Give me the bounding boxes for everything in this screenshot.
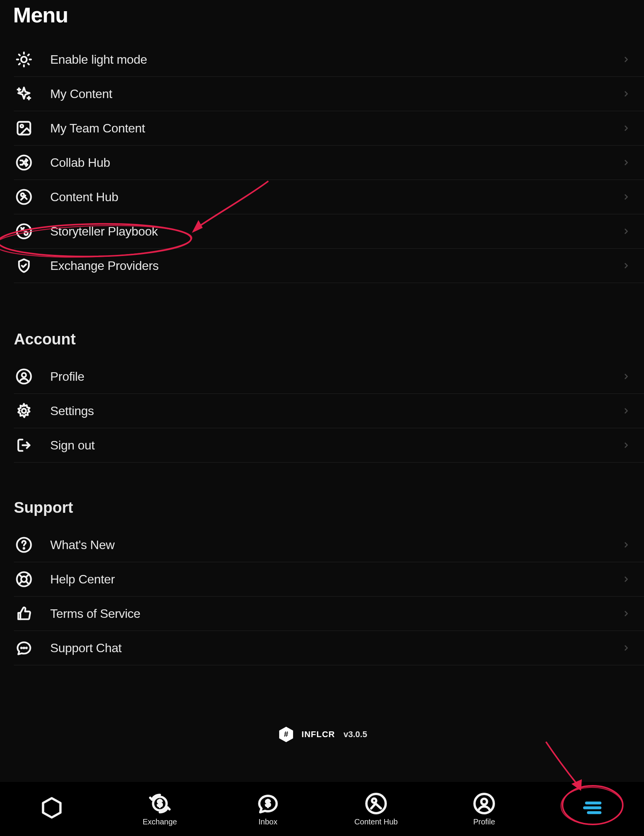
strategy-circle-icon — [14, 221, 34, 241]
sign-out-icon — [14, 435, 34, 455]
tab-content-hub[interactable]: Content Hub — [322, 782, 430, 836]
menu-item-sign-out[interactable]: Sign out — [14, 428, 644, 463]
menu-item-terms[interactable]: Terms of Service — [14, 597, 644, 631]
svg-point-49 — [481, 799, 487, 804]
svg-text:#: # — [49, 802, 54, 814]
menu-item-label: Profile — [50, 370, 621, 384]
chevron-right-icon — [621, 227, 644, 236]
svg-point-14 — [20, 125, 23, 127]
chevron-right-icon — [621, 441, 644, 449]
user-circle-icon — [14, 366, 34, 387]
svg-point-38 — [26, 648, 27, 648]
svg-line-32 — [19, 574, 22, 577]
sun-icon — [14, 49, 34, 70]
menu-item-whats-new[interactable]: What's New — [14, 528, 644, 562]
menu-item-label: What's New — [50, 538, 621, 552]
menu-item-label: Support Chat — [50, 641, 621, 655]
menu-item-team-content[interactable]: My Team Content — [14, 111, 644, 146]
section-title-account: Account — [14, 323, 644, 348]
menu-item-collab-hub[interactable]: Collab Hub — [14, 146, 644, 180]
tab-home[interactable]: # — [0, 782, 106, 836]
menu-item-exchange-providers[interactable]: Exchange Providers — [14, 249, 644, 283]
tab-menu[interactable] — [538, 782, 644, 836]
shuffle-circle-icon — [14, 153, 34, 173]
chevron-right-icon — [621, 575, 644, 583]
menu-item-label: Terms of Service — [50, 607, 621, 621]
svg-line-6 — [28, 63, 29, 64]
svg-rect-13 — [18, 122, 31, 135]
tab-exchange[interactable]: $ Exchange — [106, 782, 214, 836]
tab-label: Content Hub — [354, 817, 398, 826]
chevron-right-icon — [621, 124, 644, 132]
chevron-right-icon — [621, 261, 644, 270]
chevron-right-icon — [621, 55, 644, 64]
tab-profile[interactable]: Profile — [430, 782, 538, 836]
chevron-right-icon — [621, 372, 644, 381]
thumbs-up-icon — [14, 604, 34, 624]
shield-check-icon — [14, 256, 34, 276]
svg-line-7 — [19, 63, 20, 64]
svg-point-0 — [21, 57, 27, 63]
chevron-right-icon — [621, 407, 644, 415]
menu-item-label: Sign out — [50, 438, 621, 453]
chat-icon — [14, 638, 34, 658]
svg-point-29 — [24, 548, 24, 549]
tab-label: Exchange — [143, 817, 177, 826]
svg-point-23 — [24, 232, 27, 235]
menu-item-light-mode[interactable]: Enable light mode — [14, 42, 644, 77]
chevron-right-icon — [621, 193, 644, 201]
svg-text:$: $ — [157, 797, 163, 808]
brand-name: INFLCR — [302, 729, 335, 739]
svg-line-5 — [19, 54, 20, 56]
menu-item-label: Content Hub — [50, 190, 621, 204]
question-circle-icon — [14, 535, 34, 555]
chevron-right-icon — [621, 90, 644, 98]
menu-item-content-hub[interactable]: Content Hub — [14, 180, 644, 214]
page-title: Menu — [13, 2, 68, 27]
menu-item-label: Exchange Providers — [50, 259, 621, 273]
svg-line-35 — [26, 574, 29, 577]
svg-point-36 — [21, 648, 22, 648]
brand-version: v3.0.5 — [344, 729, 367, 739]
tab-label: Inbox — [259, 817, 278, 826]
svg-text:#: # — [284, 730, 288, 738]
menu-item-support-chat[interactable]: Support Chat — [14, 631, 644, 665]
menu-item-label: Settings — [50, 404, 621, 418]
tab-label: Profile — [473, 817, 495, 826]
svg-line-8 — [28, 54, 29, 56]
brand-footer: # INFLCR v3.0.5 — [277, 725, 367, 744]
svg-point-37 — [24, 648, 24, 648]
svg-line-33 — [26, 581, 29, 584]
lifebuoy-icon — [14, 569, 34, 589]
tools-circle-icon — [14, 187, 34, 207]
svg-point-47 — [372, 799, 376, 803]
section-title-support: Support — [14, 491, 644, 516]
image-icon — [14, 118, 34, 138]
menu-item-label: Enable light mode — [50, 53, 621, 67]
menu-item-label: Collab Hub — [50, 156, 621, 170]
tab-bar: # $ Exchange $ Inbox Content Hub Profile — [0, 782, 644, 836]
menu-item-label: My Content — [50, 87, 621, 101]
menu-item-settings[interactable]: Settings — [14, 394, 644, 428]
chevron-right-icon — [621, 609, 644, 618]
menu-item-storyteller-playbook[interactable]: Storyteller Playbook — [14, 214, 644, 249]
sparkle-icon — [14, 84, 34, 104]
svg-line-34 — [19, 581, 22, 584]
menu-item-profile[interactable]: Profile — [14, 359, 644, 394]
svg-text:$: $ — [265, 797, 271, 808]
menu-item-my-content[interactable]: My Content — [14, 77, 644, 111]
svg-point-25 — [22, 373, 26, 377]
menu-item-label: Help Center — [50, 572, 621, 587]
gear-icon — [14, 401, 34, 421]
tab-inbox[interactable]: $ Inbox — [214, 782, 322, 836]
menu-item-label: My Team Content — [50, 121, 621, 136]
menu-item-label: Storyteller Playbook — [50, 224, 621, 239]
chevron-right-icon — [621, 541, 644, 549]
chevron-right-icon — [621, 158, 644, 167]
svg-point-26 — [22, 409, 26, 413]
chevron-right-icon — [621, 644, 644, 652]
brand-hex-icon: # — [277, 725, 295, 744]
menu-item-help-center[interactable]: Help Center — [14, 562, 644, 597]
